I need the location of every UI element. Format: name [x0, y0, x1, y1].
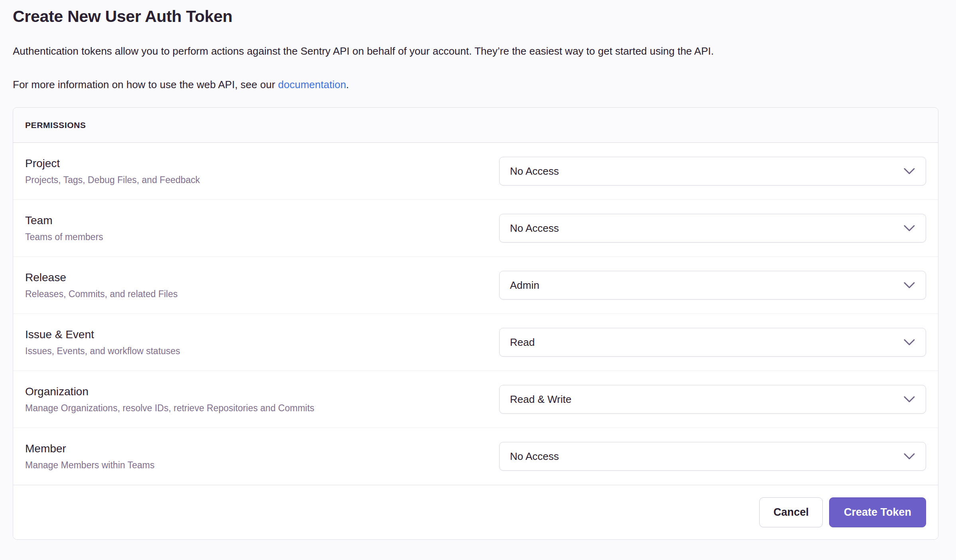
organization-permission-select[interactable]: Read & Write	[499, 385, 926, 414]
permission-label: Team	[25, 213, 103, 227]
permission-description: Manage Organizations, resolve IDs, retri…	[25, 402, 314, 414]
permissions-panel-header: PERMISSIONS	[13, 108, 938, 143]
select-value: Read & Write	[510, 393, 571, 406]
permission-label: Issue & Event	[25, 327, 180, 341]
chevron-down-icon	[903, 453, 915, 460]
permission-row-member: Member Manage Members within Teams No Ac…	[13, 428, 938, 485]
project-permission-select[interactable]: No Access	[499, 157, 926, 185]
more-info-text: For more information on how to use the w…	[13, 78, 938, 91]
permission-row-organization: Organization Manage Organizations, resol…	[13, 371, 938, 428]
team-permission-select[interactable]: No Access	[499, 214, 926, 243]
chevron-down-icon	[903, 225, 915, 232]
permission-row-text: Project Projects, Tags, Debug Files, and…	[25, 156, 200, 186]
select-value: No Access	[510, 165, 559, 177]
permission-description: Manage Members within Teams	[25, 459, 154, 471]
select-value: Admin	[510, 279, 539, 292]
permission-row-release: Release Releases, Commits, and related F…	[13, 257, 938, 314]
release-permission-select[interactable]: Admin	[499, 271, 926, 300]
permission-row-text: Release Releases, Commits, and related F…	[25, 270, 178, 300]
chevron-down-icon	[903, 282, 915, 289]
page-content: Create New User Auth Token Authenticatio…	[0, 0, 956, 540]
page-title: Create New User Auth Token	[13, 7, 938, 26]
permission-row-text: Member Manage Members within Teams	[25, 442, 154, 471]
permission-row-team: Team Teams of members No Access	[13, 200, 938, 257]
cancel-button[interactable]: Cancel	[759, 497, 823, 527]
permission-label: Organization	[25, 385, 314, 398]
chevron-down-icon	[903, 339, 915, 346]
chevron-down-icon	[903, 168, 915, 175]
issue-event-permission-select[interactable]: Read	[499, 328, 926, 357]
permission-row-issue-event: Issue & Event Issues, Events, and workfl…	[13, 314, 938, 371]
intro-text: Authentication tokens allow you to perfo…	[13, 44, 938, 58]
select-value: Read	[510, 336, 535, 349]
permission-description: Projects, Tags, Debug Files, and Feedbac…	[25, 174, 200, 186]
create-token-button[interactable]: Create Token	[829, 497, 926, 527]
permissions-panel-title: PERMISSIONS	[25, 120, 86, 130]
permission-description: Issues, Events, and workflow statuses	[25, 345, 180, 357]
member-permission-select[interactable]: No Access	[499, 442, 926, 471]
permission-description: Teams of members	[25, 231, 103, 243]
panel-footer: Cancel Create Token	[13, 485, 938, 539]
permission-row-text: Issue & Event Issues, Events, and workfl…	[25, 327, 180, 357]
permission-row-project: Project Projects, Tags, Debug Files, and…	[13, 143, 938, 200]
chevron-down-icon	[903, 396, 915, 403]
permission-label: Release	[25, 270, 178, 284]
select-value: No Access	[510, 450, 559, 463]
more-info-prefix: For more information on how to use the w…	[13, 79, 278, 91]
permission-row-text: Team Teams of members	[25, 213, 103, 243]
more-info-suffix: .	[346, 79, 349, 91]
select-value: No Access	[510, 222, 559, 235]
permission-row-text: Organization Manage Organizations, resol…	[25, 385, 314, 414]
permission-label: Project	[25, 156, 200, 170]
permissions-panel: PERMISSIONS Project Projects, Tags, Debu…	[13, 107, 938, 540]
permission-description: Releases, Commits, and related Files	[25, 288, 178, 300]
permission-label: Member	[25, 442, 154, 455]
documentation-link[interactable]: documentation	[278, 79, 346, 91]
